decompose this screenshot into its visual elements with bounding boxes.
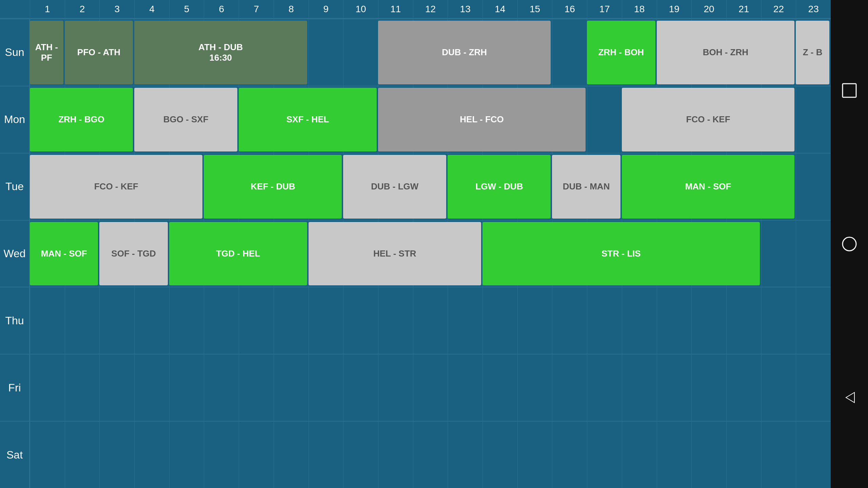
android-circle-icon[interactable]: [840, 235, 859, 253]
flight-sun-ATHDUB16:30[interactable]: ATH - DUB16:30: [134, 21, 307, 84]
day-label-tue: Tue: [0, 154, 30, 220]
hour-header-20: 20: [691, 0, 726, 18]
hour-header-18: 18: [622, 0, 657, 18]
day-row-sat: Sat: [0, 421, 831, 488]
android-back-icon[interactable]: [840, 388, 859, 407]
day-cells-sun: ATH - PFPFO - ATHATH - DUB16:30DUB - ZRH…: [30, 19, 831, 86]
svg-marker-2: [846, 392, 854, 403]
svg-rect-0: [843, 84, 856, 97]
hour-header-12: 12: [413, 0, 448, 18]
day-row-fri: Fri: [0, 354, 831, 421]
flight-tue-KEFDUB[interactable]: KEF - DUB: [204, 155, 342, 219]
hour-header-13: 13: [448, 0, 482, 18]
hour-header-11: 11: [378, 0, 413, 18]
day-cells-sat: [30, 422, 831, 488]
hour-header-14: 14: [482, 0, 517, 18]
hour-header-3: 3: [99, 0, 134, 18]
day-row-wed: WedMAN - SOFSOF - TGDTGD - HELHEL - STRS…: [0, 220, 831, 287]
flight-wed-SOFTGD[interactable]: SOF - TGD: [99, 222, 167, 286]
day-row-tue: TueFCO - KEFKEF - DUBDUB - LGWLGW - DUBD…: [0, 153, 831, 220]
flight-wed-TGDHEL[interactable]: TGD - HEL: [169, 222, 307, 286]
hour-header-22: 22: [761, 0, 796, 18]
day-label-sun: Sun: [0, 19, 30, 86]
svg-point-1: [843, 237, 856, 251]
hour-header-6: 6: [204, 0, 239, 18]
day-label-wed: Wed: [0, 221, 30, 287]
flight-sun-PFOATH[interactable]: PFO - ATH: [65, 21, 133, 84]
flight-tue-FCOKEF[interactable]: FCO - KEF: [30, 155, 202, 219]
flight-sun-BOHZRH[interactable]: BOH - ZRH: [657, 21, 795, 84]
hour-header-5: 5: [169, 0, 204, 18]
flight-mon-BGOSXF[interactable]: BGO - SXF: [134, 88, 237, 151]
hour-header-19: 19: [657, 0, 692, 18]
flight-wed-HELSTR[interactable]: HEL - STR: [309, 222, 481, 286]
flight-wed-MANSOF[interactable]: MAN - SOF: [30, 222, 98, 286]
day-cells-wed: MAN - SOFSOF - TGDTGD - HELHEL - STRSTR …: [30, 221, 831, 287]
day-label-mon: Mon: [0, 86, 30, 153]
hour-headers: 1234567891011121314151617181920212223: [30, 0, 831, 18]
hour-header-1: 1: [30, 0, 65, 18]
day-label-fri: Fri: [0, 354, 30, 421]
day-row-sun: SunATH - PFPFO - ATHATH - DUB16:30DUB - …: [0, 19, 831, 86]
day-cells-tue: FCO - KEFKEF - DUBDUB - LGWLGW - DUBDUB …: [30, 154, 831, 220]
flight-sun-ZB[interactable]: Z - B: [796, 21, 829, 84]
hour-header-4: 4: [134, 0, 169, 18]
day-label-thu: Thu: [0, 287, 30, 354]
flight-tue-DUBMAN[interactable]: DUB - MAN: [552, 155, 620, 219]
day-cells-mon: ZRH - BGOBGO - SXFSXF - HELHEL - FCOFCO …: [30, 86, 831, 153]
android-nav: [831, 0, 868, 488]
hour-header-8: 8: [274, 0, 309, 18]
hour-header-9: 9: [309, 0, 343, 18]
hour-header-23: 23: [796, 0, 831, 18]
flight-mon-HELFCO[interactable]: HEL - FCO: [378, 88, 586, 151]
flight-mon-FCOKEF[interactable]: FCO - KEF: [622, 88, 794, 151]
day-row-mon: MonZRH - BGOBGO - SXFSXF - HELHEL - FCOF…: [0, 86, 831, 153]
flight-sun-ZRHBOH[interactable]: ZRH - BOH: [587, 21, 655, 84]
hour-header-10: 10: [343, 0, 378, 18]
day-cells-thu: [30, 287, 831, 354]
calendar-area: 1234567891011121314151617181920212223 Su…: [0, 0, 831, 488]
flight-mon-ZRHBGO[interactable]: ZRH - BGO: [30, 88, 133, 151]
day-label-header: [0, 0, 30, 18]
flight-sun-ATHPF[interactable]: ATH - PF: [30, 21, 63, 84]
flight-tue-DUBLGW[interactable]: DUB - LGW: [343, 155, 446, 219]
day-row-thu: Thu: [0, 287, 831, 354]
hour-header-21: 21: [726, 0, 761, 18]
grid-body: SunATH - PFPFO - ATHATH - DUB16:30DUB - …: [0, 19, 831, 488]
flight-tue-LGWDUB[interactable]: LGW - DUB: [448, 155, 551, 219]
flight-wed-STRLIS[interactable]: STR - LIS: [482, 222, 760, 286]
day-label-sat: Sat: [0, 422, 30, 488]
hour-header-7: 7: [239, 0, 274, 18]
hour-header-17: 17: [587, 0, 622, 18]
flight-tue-MANSOF[interactable]: MAN - SOF: [622, 155, 794, 219]
flight-mon-SXFHEL[interactable]: SXF - HEL: [239, 88, 377, 151]
hour-header-2: 2: [65, 0, 100, 18]
header-row: 1234567891011121314151617181920212223: [0, 0, 831, 19]
hour-header-16: 16: [552, 0, 587, 18]
flight-sun-DUBZRH[interactable]: DUB - ZRH: [378, 21, 551, 84]
hour-header-15: 15: [517, 0, 552, 18]
android-home-icon[interactable]: [840, 81, 859, 100]
day-cells-fri: [30, 354, 831, 421]
